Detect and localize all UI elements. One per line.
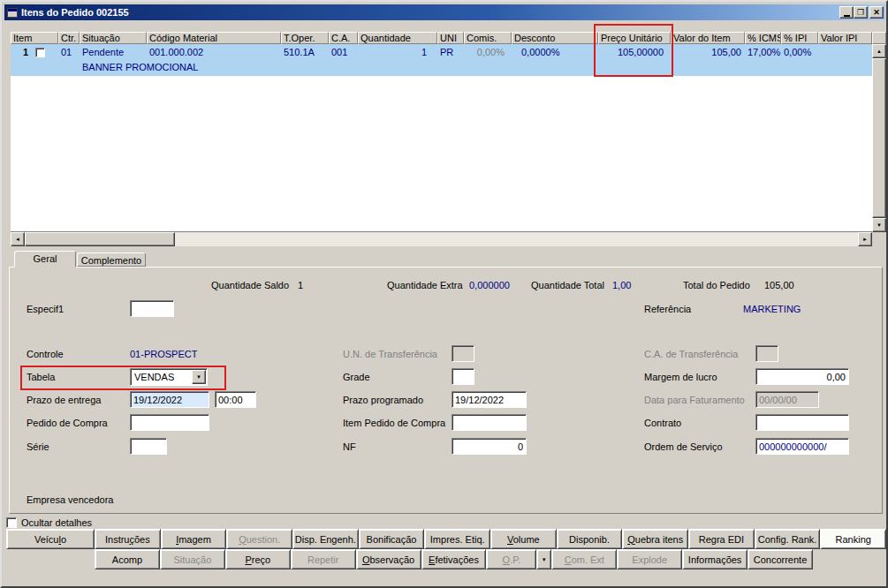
- column-header-quantidade[interactable]: Quantidade: [358, 32, 437, 44]
- quantidade-extra-label: Quantidade Extra: [387, 280, 463, 290]
- vertical-scrollbar[interactable]: ▲ ▼: [872, 44, 886, 232]
- material-description: BANNER PROMOCIONAL: [82, 62, 198, 72]
- column-header-desconto[interactable]: Desconto: [512, 32, 598, 44]
- close-button[interactable]: ✕: [869, 6, 884, 19]
- item-pedido-compra-input[interactable]: [452, 414, 527, 431]
- button-ranking[interactable]: Ranking: [820, 529, 886, 549]
- prazo-programado-input[interactable]: [452, 391, 527, 408]
- button-acomp[interactable]: Acomp: [95, 549, 160, 569]
- column-header-ctr[interactable]: Ctr.: [58, 32, 80, 44]
- button-efetivacoes[interactable]: Efetivações: [421, 549, 487, 569]
- column-header-c-a[interactable]: C.A.: [329, 32, 358, 44]
- column-header-valor-do-item[interactable]: Valor do Item: [671, 32, 745, 44]
- button-preco[interactable]: Preço: [225, 549, 291, 569]
- tabela-selected-value: VENDAS: [131, 372, 192, 382]
- button-observacao[interactable]: Observação: [356, 549, 421, 569]
- button-instrucoes[interactable]: Instruções: [95, 529, 161, 549]
- button-bonificacao[interactable]: Bonificação: [359, 529, 425, 549]
- prazo-entrega-date-input[interactable]: [130, 391, 209, 408]
- tab-complemento[interactable]: Complemento: [77, 253, 146, 267]
- scroll-up-icon: ▲: [877, 49, 882, 54]
- button-concorrente[interactable]: Concorrente: [748, 549, 813, 569]
- item-pedido-compra-label: Item Pedido de Compra: [343, 418, 445, 428]
- button-com-ext: Com. Ext: [551, 549, 617, 569]
- tabela-select[interactable]: VENDAS ▼: [130, 368, 208, 386]
- ocultar-detalhes-label[interactable]: Ocultar detalhes: [21, 517, 92, 528]
- button-row-2: AcompSituaçãoPreçoRepetirObservaçãoEfeti…: [95, 549, 813, 569]
- column-header-uni[interactable]: UNI: [437, 32, 464, 44]
- minimize-icon: [844, 15, 850, 17]
- column-header-ipi[interactable]: % IPI: [781, 32, 818, 44]
- cell-codigo-material: 001.000.002: [147, 47, 281, 60]
- chevron-down-icon[interactable]: ▼: [192, 370, 206, 384]
- scroll-down-button[interactable]: ▼: [872, 218, 886, 232]
- prazo-entrega-label: Prazo de entrega: [27, 395, 101, 405]
- maximize-icon: ❐: [857, 9, 864, 17]
- serie-input[interactable]: [130, 438, 167, 455]
- button-imagem[interactable]: Imagem: [161, 529, 227, 549]
- cell-situacao: Pendente: [80, 47, 147, 60]
- grid-header: ItemCtr.SituaçãoCódigo MaterialT.Oper.C.…: [11, 32, 872, 44]
- column-header-item[interactable]: Item: [11, 32, 58, 44]
- material-description-line: BANNER PROMOCIONAL: [11, 60, 872, 72]
- ordem-servico-input[interactable]: [755, 438, 849, 455]
- margem-lucro-input[interactable]: [755, 368, 849, 385]
- button-quebra-itens[interactable]: Quebra itens: [622, 529, 688, 549]
- button-row-1: VeículoInstruçõesImagemQuestion.Disp. En…: [6, 529, 886, 549]
- nf-label: NF: [343, 441, 356, 452]
- minimize-button[interactable]: [839, 6, 854, 19]
- contrato-label: Contrato: [644, 418, 681, 428]
- button-config-rank[interactable]: Config. Rank.: [755, 529, 821, 549]
- scroll-left-button[interactable]: ◄: [11, 232, 25, 246]
- cell-t-oper: 510.1A: [281, 47, 329, 60]
- order-items-grid[interactable]: 1 01 Pendente 001.000.002 510.1A 001 1 P…: [11, 44, 872, 232]
- scroll-right-icon: ►: [862, 237, 868, 242]
- column-header-situacao[interactable]: Situação: [80, 32, 147, 44]
- referencia-value: MARKETING: [743, 304, 801, 314]
- column-header-valor-ipi[interactable]: Valor IPI: [818, 32, 872, 44]
- total-pedido-value: 105,00: [764, 280, 794, 290]
- button-impres-etiq[interactable]: Impres. Etiq.: [424, 529, 490, 549]
- data-faturamento-label: Data para Faturamento: [644, 395, 745, 405]
- column-header-codigo-material[interactable]: Código Material: [147, 32, 281, 44]
- button-explode: Explode: [617, 549, 682, 569]
- cell-preco-unitario: 105,00000: [598, 47, 671, 60]
- prazo-entrega-time-input[interactable]: [215, 391, 256, 408]
- grade-input[interactable]: [452, 368, 474, 385]
- scroll-up-button[interactable]: ▲: [872, 44, 886, 58]
- nf-input[interactable]: [452, 438, 527, 455]
- column-header-preco-unitario[interactable]: Preço Unitário: [598, 32, 671, 44]
- maximize-button[interactable]: ❐: [854, 6, 868, 19]
- especif1-input[interactable]: [130, 300, 174, 317]
- cell-uni: PR: [437, 47, 464, 60]
- tab-geral[interactable]: Geral: [14, 251, 76, 268]
- pedido-compra-input[interactable]: [130, 414, 209, 431]
- contrato-input[interactable]: [755, 414, 849, 431]
- scroll-right-button[interactable]: ►: [858, 232, 872, 246]
- scroll-down-icon: ▼: [877, 222, 882, 228]
- titlebar[interactable]: Itens do Pedido 002155 ❐ ✕: [4, 4, 885, 20]
- button-o-p-dropdown-arrow[interactable]: ▼: [536, 549, 551, 569]
- item-number: 1: [23, 47, 28, 57]
- button-veiculo[interactable]: Veículo: [6, 529, 95, 549]
- horizontal-scrollbar[interactable]: ◄ ►: [11, 232, 872, 246]
- column-header-comis[interactable]: Comis.: [464, 32, 512, 44]
- window-icon: [7, 8, 18, 18]
- vertical-scrollbar-thumb[interactable]: [872, 58, 886, 218]
- horizontal-scrollbar-thumb[interactable]: [25, 232, 175, 246]
- ocultar-detalhes-checkbox[interactable]: [6, 517, 17, 528]
- data-faturamento-input: [755, 391, 819, 408]
- button-repetir: Repetir: [291, 549, 356, 569]
- button-volume[interactable]: Volume: [490, 529, 557, 549]
- column-header-t-oper[interactable]: T.Oper.: [281, 32, 329, 44]
- row-checkbox[interactable]: [35, 48, 45, 57]
- order-item-row[interactable]: 1 01 Pendente 001.000.002 510.1A 001 1 P…: [11, 44, 872, 76]
- serie-label: Série: [27, 441, 49, 452]
- cell-ipi: 0,00%: [781, 47, 818, 60]
- button-disponib[interactable]: Disponib.: [557, 529, 623, 549]
- button-disp-engenh[interactable]: Disp. Engenh.: [292, 529, 359, 549]
- button-informacoes[interactable]: Informações: [682, 549, 748, 569]
- column-header-icms[interactable]: % ICMS: [745, 32, 781, 44]
- tab-complemento-label: Complemento: [81, 255, 141, 266]
- button-regra-edi[interactable]: Regra EDI: [688, 529, 755, 549]
